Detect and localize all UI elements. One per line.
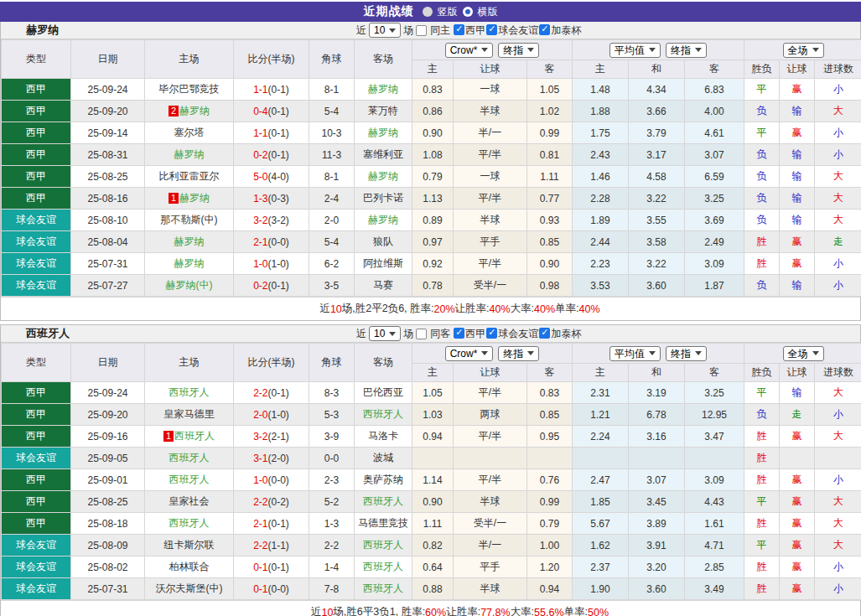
league-filter-checkbox[interactable] [454,24,464,35]
home-team-name[interactable]: 皇家马德里 [164,408,215,420]
horizontal-layout-radio[interactable] [463,7,473,17]
home-team-name[interactable]: 沃尔夫斯堡(中) [156,582,223,594]
away-team-name[interactable]: 塞维利亚 [363,148,403,160]
average-select[interactable]: 平均值 [609,346,661,361]
home-team-name[interactable]: 那不勒斯(中) [161,214,218,225]
crow-home-odds: 0.82 [412,535,454,556]
handicap-result-cell: 赢 [780,253,815,275]
league-filter-checkbox[interactable] [539,24,550,35]
corner-cell: 5-4 [309,101,355,122]
avg-home-odds: 1.62 [573,535,629,556]
result-cell: 负 [744,275,780,297]
home-team-name[interactable]: 赫罗纳 [174,148,205,160]
away-team-name[interactable]: 莱万特 [368,105,398,116]
home-team-name[interactable]: 西班牙人 [169,517,210,529]
crow-away-odds: 0.98 [527,275,573,297]
away-team-name[interactable]: 赫罗纳 [368,170,398,182]
same-venue-checkbox[interactable] [416,25,427,36]
home-team-name[interactable]: 毕尔巴鄂竞技 [159,83,220,95]
goals-result-cell: 小 [815,122,861,144]
away-team-name[interactable]: 西班牙人 [363,561,403,572]
away-team-name[interactable]: 巴列卡诺 [363,192,403,204]
vertical-layout-label[interactable]: 竖版 [438,5,458,19]
home-team-name[interactable]: 赫罗纳(中) [166,279,213,291]
home-team-name[interactable]: 赫罗纳 [174,236,205,247]
away-team-name[interactable]: 赫罗纳 [368,214,398,225]
vertical-layout-radio[interactable] [423,7,433,17]
recent-games-select[interactable]: 10 [369,23,401,38]
away-team-name[interactable]: 赫罗纳 [368,127,398,138]
home-team-name[interactable]: 比利亚雷亚尔 [159,170,220,182]
goals-result-cell [815,448,861,469]
away-team-name[interactable]: 马洛卡 [368,430,398,442]
league-filter-checkbox[interactable] [486,24,497,35]
avg-away-odds: 3.09 [685,469,744,491]
goals-result-cell: 小 [815,556,861,578]
avg-home-odds: 2.43 [573,144,629,166]
goals-result-cell: 大 [815,210,861,231]
away-team-name[interactable]: 西班牙人 [363,539,403,551]
league-filter-label[interactable]: 西甲 [465,328,485,339]
home-team-name[interactable]: 纽卡斯尔联 [164,539,215,551]
league-filter-label[interactable]: 球会友谊 [498,24,538,36]
league-filter-label[interactable]: 球会友谊 [498,328,538,339]
bookmaker-select[interactable]: Crow* [445,43,494,58]
same-venue-checkbox[interactable] [416,329,427,339]
away-team-name[interactable]: 马赛 [373,279,393,291]
away-team-name[interactable]: 奥萨苏纳 [363,474,403,485]
home-team-name[interactable]: 西班牙人 [169,474,210,485]
league-filter-checkbox[interactable] [486,328,497,339]
full-time-group: 全场 [744,40,861,60]
crow-home-odds: 0.64 [412,556,454,578]
result-cell: 平 [744,491,780,513]
home-team-name[interactable]: 赫罗纳 [179,192,210,204]
away-team-name[interactable]: 西班牙人 [363,408,403,420]
crow-away-odds: 1.11 [527,166,573,188]
crow-final-odds-select[interactable]: 终指 [498,346,539,361]
away-team-name[interactable]: 阿拉维斯 [363,257,403,269]
result-cell: 胜 [744,556,780,578]
league-filter-checkbox[interactable] [539,328,550,339]
league-filter-label[interactable]: 西甲 [465,24,485,36]
horizontal-layout-label[interactable]: 横版 [478,5,498,19]
league-filter-label[interactable]: 加泰杯 [551,328,581,339]
recent-games-select[interactable]: 10 [369,326,401,341]
away-team-name[interactable]: 赫罗纳 [368,83,398,95]
full-time-select[interactable]: 全场 [783,346,824,361]
league-filter-checkbox[interactable] [454,328,464,339]
away-team-name[interactable]: 西班牙人 [363,582,403,594]
away-team-name[interactable]: 巴伦西亚 [363,386,403,398]
away-team-cell: 马赛 [355,275,412,297]
home-team-name[interactable]: 西班牙人 [169,452,210,463]
stats-segment: 77.8% [480,607,510,616]
league-filter-label[interactable]: 加泰杯 [551,24,581,36]
stats-segment: 大率: [511,605,534,616]
avg-final-odds-select[interactable]: 终指 [666,346,707,361]
same-venue-label[interactable]: 同客 [430,327,450,341]
home-team-name[interactable]: 柏林联合 [169,561,210,572]
stats-segment: 大率: [511,302,534,316]
away-team-name[interactable]: 马德里竞技 [358,517,408,529]
avg-final-odds-select[interactable]: 终指 [666,43,707,58]
crow-final-odds-select[interactable]: 终指 [498,43,539,58]
avg-draw-odds: 3.91 [629,535,685,556]
average-odds-group: 平均值终指 [573,40,744,60]
away-team-name[interactable]: 波城 [373,452,393,463]
away-team-name[interactable]: 狼队 [373,236,393,247]
bookmaker-select[interactable]: Crow* [445,346,494,361]
home-team-name[interactable]: 塞尔塔 [174,127,205,138]
home-team-name[interactable]: 西班牙人 [169,386,210,398]
match-type-cell: 西甲 [2,404,71,426]
home-team-name[interactable]: 西班牙人 [174,430,215,442]
full-time-select[interactable]: 全场 [783,43,824,58]
same-venue-label[interactable]: 同主 [430,23,450,38]
handicap-line: 平/半 [454,382,527,404]
home-team-name[interactable]: 赫罗纳 [174,257,205,269]
handicap-line: 两球 [454,404,527,426]
match-type-cell: 西甲 [2,188,71,210]
table-row: 西甲25-09-01西班牙人1-0(0-0)2-3奥萨苏纳1.14平/半0.76… [2,469,861,491]
home-team-name[interactable]: 皇家社会 [169,495,210,507]
away-team-name[interactable]: 西班牙人 [363,495,403,507]
home-team-name[interactable]: 赫罗纳 [179,105,210,116]
average-select[interactable]: 平均值 [609,43,661,58]
